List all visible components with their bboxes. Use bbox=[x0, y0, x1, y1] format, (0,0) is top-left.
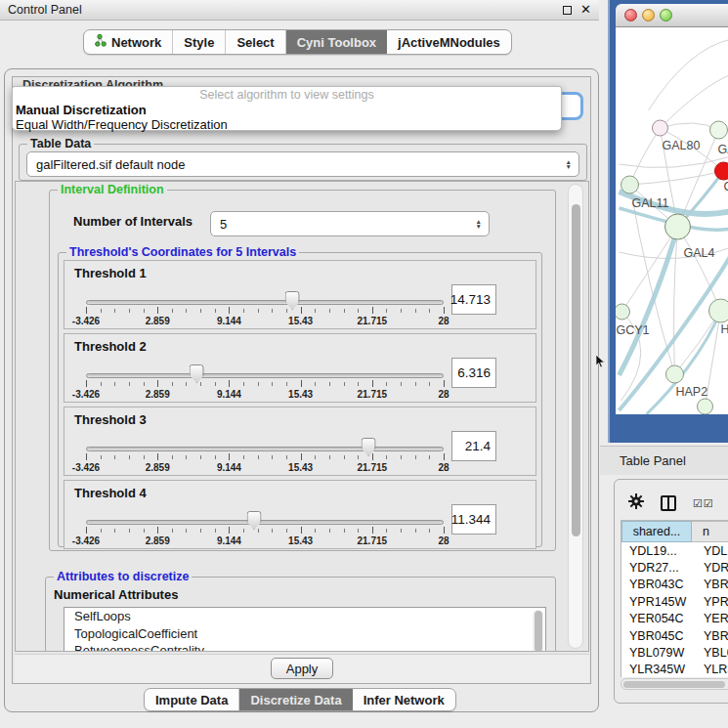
spinner-arrows-icon: ▲▼ bbox=[476, 219, 482, 229]
threshold-label: Threshold 1 bbox=[74, 266, 147, 280]
scrollbar-thumb[interactable] bbox=[572, 204, 580, 536]
list-item[interactable]: TopologicalCoefficient bbox=[64, 625, 545, 643]
node-gal4 bbox=[665, 214, 691, 239]
threshold-label: Threshold 2 bbox=[74, 339, 147, 354]
node-hap2 bbox=[666, 365, 684, 383]
dropdown-placeholder: Select algorithm to view settings bbox=[13, 87, 561, 103]
number-of-intervals-label: Number of Intervals bbox=[73, 214, 193, 229]
minimize-traffic-light[interactable] bbox=[642, 9, 655, 21]
numerical-attributes-label: Numerical Attributes bbox=[54, 587, 178, 602]
table-row[interactable]: YPR145WYPR1 bbox=[621, 593, 728, 610]
node-table: shared... n YDL19...YDL1YDR27...YDR2YBR0… bbox=[621, 520, 728, 677]
slider-track[interactable] bbox=[86, 520, 444, 525]
slider-track[interactable] bbox=[86, 300, 444, 305]
table-panel-titlebar: Table Panel bbox=[600, 446, 728, 475]
table-row[interactable]: YER054CYER0 bbox=[621, 611, 728, 627]
table-toolbar: ☑☑ bbox=[628, 493, 714, 513]
label-gal4: GAL4 bbox=[684, 246, 715, 260]
numerical-attributes-list[interactable]: SelfLoopsTopologicalCoefficientBetweenne… bbox=[64, 607, 546, 652]
label-partial-top: GA bbox=[718, 143, 728, 156]
tab-select[interactable]: Select bbox=[226, 30, 285, 54]
table-rows: YDL19...YDL1YDR27...YDR2YBR043CYBR0YPR14… bbox=[621, 542, 728, 677]
panel-title: Control Panel bbox=[8, 3, 82, 17]
tab-style[interactable]: Style bbox=[173, 30, 226, 54]
mouse-cursor-icon bbox=[596, 355, 606, 372]
attributes-group: Attributes to discretize Numerical Attri… bbox=[45, 577, 556, 652]
cyni-toolbox-panel: Discretization Algorithm Table Data galF… bbox=[4, 68, 599, 712]
screen: Control Panel ✕ Network Style Select Cyn… bbox=[0, 0, 728, 728]
tab-network[interactable]: Network bbox=[84, 30, 173, 54]
table-panel-title: Table Panel bbox=[620, 453, 686, 468]
split-columns-icon[interactable] bbox=[661, 495, 676, 511]
apply-row: Apply bbox=[15, 654, 589, 683]
list-scrollbar[interactable] bbox=[533, 610, 543, 652]
tab-cyni-toolbox[interactable]: Cyni Toolbox bbox=[286, 30, 387, 54]
node-red bbox=[715, 162, 728, 180]
threshold-box: Threshold 4 -3.4262.8599.14415.4321.7152… bbox=[64, 480, 536, 549]
discretization-settings-panel: Discretization Algorithm Table Data galF… bbox=[12, 76, 591, 684]
close-icon[interactable]: ✕ bbox=[580, 5, 591, 15]
threshold-box: Threshold 1 -3.4262.8599.14415.4321.7152… bbox=[64, 260, 536, 329]
table-panel: ☑☑ shared... n YDL19...YDL1YDR27...YDR2Y… bbox=[614, 479, 728, 704]
hscrollbar-thumb[interactable] bbox=[623, 681, 725, 688]
dropdown-option-manual[interactable]: Manual Discretization bbox=[13, 103, 561, 117]
column-header-shared[interactable]: shared... bbox=[621, 521, 692, 542]
table-row[interactable]: YBL079WYBL0 bbox=[621, 644, 728, 661]
threshold-group-title: Threshold's Coordinates for 5 Intervals bbox=[66, 245, 299, 259]
close-traffic-light[interactable] bbox=[624, 9, 637, 21]
threshold-value-field[interactable]: 6.316 bbox=[451, 358, 496, 388]
label-hap2: HAP2 bbox=[676, 385, 708, 399]
tab-discretize-data[interactable]: Discretize Data bbox=[239, 689, 352, 710]
node-gal11 bbox=[621, 176, 639, 193]
network-window-titlebar bbox=[616, 4, 728, 27]
table-data-group-title: Table Data bbox=[27, 137, 94, 150]
tab-impute-data[interactable]: Impute Data bbox=[145, 689, 239, 710]
threshold-value-field[interactable]: 21.4 bbox=[451, 431, 496, 461]
node-gcy1 bbox=[616, 304, 630, 320]
apply-button[interactable]: Apply bbox=[271, 658, 333, 679]
table-hscrollbar[interactable] bbox=[621, 678, 728, 690]
zoom-traffic-light[interactable] bbox=[660, 9, 672, 21]
table-row[interactable]: YBR045CYBR0 bbox=[621, 627, 728, 644]
slider-handle[interactable] bbox=[247, 511, 262, 530]
float-window-icon[interactable] bbox=[563, 6, 572, 15]
list-item[interactable]: BetweennessCentrality bbox=[64, 642, 545, 652]
interval-definition-group: Interval Definition Number of Intervals … bbox=[49, 190, 556, 551]
dropdown-option-equal-width[interactable]: Equal Width/Frequency Discretization bbox=[13, 117, 561, 132]
network-canvas[interactable]: GAL80 GA C GAL11 GAL4 GCY1 H HAP2 bbox=[616, 27, 728, 414]
threshold-box: Threshold 3 -3.4262.8599.14415.4321.7152… bbox=[64, 407, 536, 476]
table-data-combobox[interactable]: galFiltered.sif default node ▲▼ bbox=[26, 151, 579, 177]
network-window: GAL80 GA C GAL11 GAL4 GCY1 H HAP2 bbox=[608, 0, 728, 443]
settings-scrollbar[interactable] bbox=[568, 184, 583, 649]
slider-handle[interactable] bbox=[190, 364, 204, 383]
network-icon bbox=[95, 34, 107, 50]
table-row[interactable]: YDL19...YDL1 bbox=[621, 542, 728, 559]
threshold-box: Threshold 2 -3.4262.8599.14415.4321.7152… bbox=[64, 333, 536, 403]
slider-track[interactable] bbox=[86, 447, 444, 451]
settings-scrollpane: Interval Definition Number of Intervals … bbox=[15, 181, 589, 652]
gear-icon[interactable] bbox=[628, 493, 644, 513]
threshold-value-field[interactable]: 11.344 bbox=[451, 504, 496, 535]
tab-infer-network[interactable]: Infer Network bbox=[353, 689, 455, 710]
threshold-label: Threshold 3 bbox=[74, 412, 147, 427]
list-item[interactable]: SelfLoops bbox=[64, 608, 545, 625]
node-h bbox=[709, 299, 728, 322]
number-of-intervals-combobox[interactable]: 5 ▲▼ bbox=[210, 211, 490, 236]
column-header-name[interactable]: n bbox=[692, 521, 728, 542]
network-graph: GAL80 GA C GAL11 GAL4 GCY1 H HAP2 bbox=[616, 27, 728, 414]
label-gcy1: GCY1 bbox=[617, 323, 650, 337]
node-top-right bbox=[710, 121, 728, 139]
checkbox-icons[interactable]: ☑☑ bbox=[693, 497, 714, 510]
table-row[interactable]: YDR27...YDR2 bbox=[621, 559, 728, 576]
slider-track[interactable] bbox=[86, 373, 444, 378]
table-row[interactable]: YLR345WYLR3 bbox=[621, 662, 728, 677]
label-partial-h: H bbox=[721, 322, 728, 336]
interval-definition-title: Interval Definition bbox=[58, 183, 167, 196]
table-row[interactable]: YBR043CYBR0 bbox=[621, 577, 728, 593]
slider-handle[interactable] bbox=[285, 291, 300, 310]
slider-handle[interactable] bbox=[362, 438, 376, 456]
node-gal80 bbox=[653, 120, 668, 136]
tab-jactivemnodules[interactable]: jActiveMNodules bbox=[387, 30, 511, 54]
threshold-value-field[interactable]: 14.713 bbox=[451, 284, 496, 315]
label-partial-right: C bbox=[724, 180, 728, 193]
